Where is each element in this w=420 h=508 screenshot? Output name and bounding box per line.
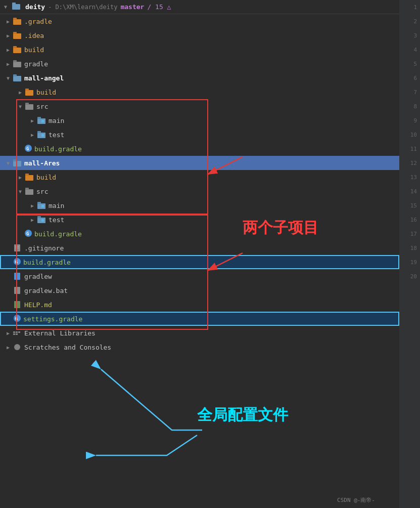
mall-ares-folder-icon [12,159,22,167]
gitignore-label: .gitignore [24,244,399,252]
collapse-icon[interactable]: ▼ [4,4,7,10]
line-18: 18 [399,241,417,255]
project-path: - D:\XM\learn\deity [48,4,117,11]
toggle-mall-angel[interactable]: ▼ [4,75,12,81]
toggle-mall-angel-main[interactable]: ▶ [28,118,36,123]
idea-dir-label: .idea [24,32,399,39]
svg-rect-31 [37,202,41,204]
svg-rect-29 [25,188,29,190]
mall-angel-dir-item[interactable]: ▼ mall-angel [0,71,399,85]
mall-ares-dir-label: mall-Ares [24,159,399,167]
svg-text:G: G [15,260,18,265]
gradlew-item[interactable]: gradlew [0,269,399,283]
mall-ares-test-item[interactable]: ▶ test [0,213,399,227]
project-name: deity [25,3,45,11]
root-build-gradle-item[interactable]: G build.gradle [0,255,399,269]
toggle-mall-angel-src[interactable]: ▼ [16,104,24,109]
svg-rect-43 [14,273,20,280]
mall-ares-test-folder-icon [36,216,46,224]
svg-rect-51 [13,333,15,335]
toggle-gradle2[interactable]: ▶ [4,61,12,67]
toggle-mall-ares-build[interactable]: ▶ [16,175,24,180]
toggle-mall-angel-test[interactable]: ▶ [28,132,36,138]
line-6: 6 [399,71,417,85]
branch-name: master [120,3,144,11]
gradlew-bat-item[interactable]: gradlew.bat [0,283,399,298]
mall-ares-build-gradle-label: build.gradle [34,230,399,238]
toggle-gradle[interactable]: ▶ [4,19,12,24]
ext-lib-icon [12,329,22,337]
build-dir-item[interactable]: ▶ build [0,43,399,57]
line-20: 20 [399,269,417,283]
line-2: 2 [399,14,417,28]
idea-dir-item[interactable]: ▶ .idea [0,28,399,43]
svg-rect-9 [13,60,17,62]
arrow-to-build-gradle [71,354,212,435]
line-9: 9 [399,113,417,128]
external-libraries-item[interactable]: ▶ External Libraries [0,326,399,340]
line-10: 10 [399,128,417,142]
line-4: 4 [399,43,417,57]
mall-angel-main-label: main [49,117,399,124]
line-1: 1 [399,0,417,14]
mall-ares-main-item[interactable]: ▶ main [0,198,399,213]
settings-gradle-item[interactable]: G settings.gradle [0,312,399,326]
mall-ares-build-gradle-item[interactable]: G build.gradle [0,227,399,241]
line-12: 12 [399,156,417,170]
svg-rect-25 [13,159,17,161]
mall-ares-gradle-icon: G [24,229,32,239]
root-build-gradle-label: build.gradle [23,259,398,266]
mall-ares-dir-item[interactable]: ▼ mall-Ares [0,156,399,170]
gradle-folder-icon [12,17,22,25]
line-3: 3 [399,28,417,43]
svg-rect-1 [12,3,16,5]
mall-angel-build-item[interactable]: ▶ build [0,85,399,99]
help-md-item[interactable]: HELP.md [0,298,399,312]
annotation-global-config: 全局配置文件 [197,405,288,426]
build-dir-label: build [24,46,399,54]
gradle-dir2-item[interactable]: ▶ gradle [0,57,399,71]
gitignore-item[interactable]: .gitignore [0,241,399,255]
toggle-ext-lib[interactable]: ▶ [4,330,12,336]
mall-ares-test-label: test [49,216,399,224]
scratches-icon [12,343,22,351]
line-numbers: 1 2 3 4 5 6 7 8 9 10 11 12 13 14 15 16 1… [399,0,420,508]
toggle-mall-ares[interactable]: ▼ [4,160,12,166]
mall-ares-main-folder-icon [36,201,46,209]
svg-point-53 [14,344,20,350]
mall-ares-build-item[interactable]: ▶ build [0,170,399,184]
help-md-icon [12,301,22,309]
gradle-dir-label: .gradle [24,18,399,25]
svg-rect-18 [41,120,44,122]
svg-rect-44 [14,287,20,294]
mall-ares-src-item[interactable]: ▼ src [0,184,399,198]
mall-angel-test-item[interactable]: ▶ test [0,128,399,142]
scratches-item[interactable]: ▶ Scratches and Consoles [0,340,399,354]
toggle-mall-ares-main[interactable]: ▶ [28,203,36,208]
toggle-mall-ares-src[interactable]: ▼ [16,189,24,194]
mall-angel-dir-label: mall-angel [24,74,399,82]
mall-angel-build-folder-icon [24,88,34,96]
svg-rect-21 [41,134,44,137]
svg-rect-10 [13,76,21,81]
svg-rect-27 [25,174,29,176]
gradle-dir-item[interactable]: ▶ .gradle [0,14,399,28]
idea-folder-icon [12,31,22,39]
svg-rect-50 [18,331,20,333]
line-8: 8 [399,99,417,113]
toggle-idea[interactable]: ▶ [4,33,12,38]
settings-gradle-label: settings.gradle [23,315,398,323]
mall-angel-src-item[interactable]: ▼ src [0,99,399,113]
project-header: ▼ deity - D:\XM\learn\deity master / 15 … [0,0,399,14]
gradlew-bat-label: gradlew.bat [24,287,399,294]
toggle-build[interactable]: ▶ [4,47,12,53]
svg-rect-12 [25,90,33,96]
mall-angel-src-label: src [36,103,399,110]
toggle-scratches[interactable]: ▶ [4,345,12,350]
mall-angel-main-item[interactable]: ▶ main [0,113,399,128]
mall-angel-build-gradle-item[interactable]: G build.gradle [0,142,399,156]
toggle-mall-ares-test[interactable]: ▶ [28,217,36,223]
toggle-mall-angel-build[interactable]: ▶ [16,90,24,95]
gradle2-folder-icon [12,60,22,68]
svg-rect-8 [13,62,21,67]
